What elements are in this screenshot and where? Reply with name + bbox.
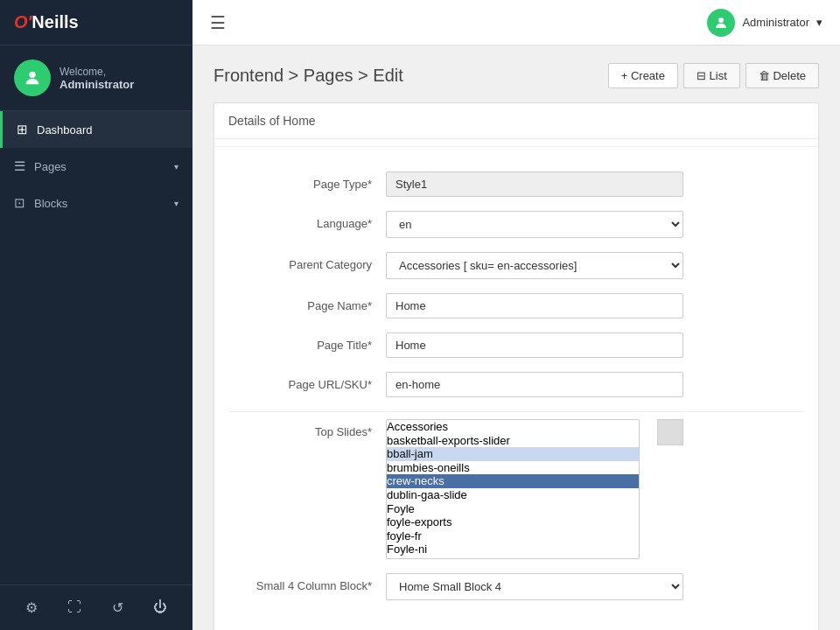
logo-o: O' — [14, 12, 32, 32]
sidebar-item-label: Blocks — [34, 197, 67, 210]
dashboard-icon: ⊞ — [17, 122, 28, 137]
expand-icon[interactable]: ⛶ — [64, 596, 85, 620]
page-title-row: Page Title* — [228, 332, 804, 358]
user-info: Welcome, Administrator — [60, 65, 178, 91]
content-area: Frontend > Pages > Edit + Create ⊟ List … — [192, 46, 840, 630]
sidebar-item-pages[interactable]: ☰ Pages ▾ — [0, 148, 192, 185]
parent-category-select[interactable]: Accessories [ sku= en-accessories] — [386, 252, 683, 279]
page-title-label: Page Title* — [228, 332, 386, 352]
page-url-control — [386, 372, 683, 397]
small-4-col-row: Small 4 Column Block* Home Small Block 4 — [228, 573, 804, 600]
sidebar-item-label: Dashboard — [37, 123, 93, 136]
welcome-label: Welcome, — [60, 66, 106, 78]
page-title-control — [386, 332, 683, 358]
sidebar-nav: ⊞ Dashboard ☰ Pages ▾ ⊡ Blocks ▾ — [0, 111, 192, 584]
delete-button[interactable]: 🗑 Delete — [746, 63, 819, 88]
details-card: Details of Home Page Type* Language* en — [214, 102, 819, 630]
page-url-input[interactable] — [386, 372, 683, 397]
chevron-down-icon: ▾ — [174, 199, 178, 208]
listbox-aside — [657, 419, 683, 559]
listbox-item[interactable]: Accessories — [387, 420, 639, 434]
create-button[interactable]: + Create — [608, 63, 678, 88]
top-slides-label: Top Slides* — [228, 419, 386, 438]
parent-category-control: Accessories [ sku= en-accessories] — [386, 252, 683, 279]
card-title: Details of Home — [214, 103, 818, 139]
sidebar-item-dashboard[interactable]: ⊞ Dashboard — [0, 111, 192, 148]
parent-category-label: Parent Category — [228, 252, 386, 271]
header-actions: + Create ⊟ List 🗑 Delete — [608, 63, 819, 88]
logo-neills: Neills — [32, 12, 78, 32]
listbox-item[interactable]: dublin-gaa-slide — [387, 488, 639, 502]
page-name-control — [386, 293, 683, 318]
slide-preview-image — [657, 419, 683, 445]
logo: O'Neills — [14, 12, 79, 32]
listbox-item[interactable]: foyle-exports — [387, 515, 639, 529]
user-dropdown-arrow: ▾ — [816, 16, 822, 29]
chevron-down-icon: ▾ — [174, 162, 178, 172]
topbar-user[interactable]: Administrator ▾ — [707, 9, 822, 37]
sidebar-item-blocks[interactable]: ⊡ Blocks ▾ — [0, 185, 192, 221]
main-content: ☰ Administrator ▾ Frontend > Pages > Edi… — [192, 0, 840, 630]
topbar-username: Administrator — [742, 16, 809, 29]
page-type-input — [386, 172, 683, 197]
svg-point-1 — [718, 18, 724, 23]
page-type-row: Page Type* — [228, 172, 804, 197]
sidebar: O'Neills Welcome, Administrator ⊞ Dashbo… — [0, 0, 192, 630]
listbox-item[interactable]: basketball-exports-slider — [387, 434, 639, 448]
page-header: Frontend > Pages > Edit + Create ⊟ List … — [214, 63, 819, 88]
sidebar-user: Welcome, Administrator — [0, 46, 192, 111]
language-select[interactable]: en — [386, 211, 683, 238]
top-slides-control: Accessories basketball-exports-slider bb… — [386, 419, 683, 559]
sidebar-footer: ⚙ ⛶ ↺ ⏻ — [0, 584, 192, 630]
page-name-row: Page Name* — [228, 293, 804, 318]
language-row: Language* en — [228, 211, 804, 238]
top-slides-listbox[interactable]: Accessories basketball-exports-slider bb… — [386, 419, 640, 559]
page-url-label: Page URL/SKU* — [228, 372, 386, 391]
sidebar-logo: O'Neills — [0, 0, 192, 46]
listbox-item[interactable]: crew-necks — [387, 474, 639, 488]
listbox-item[interactable]: foyle-fr — [387, 529, 639, 543]
listbox-item[interactable]: bball-jam — [387, 447, 639, 461]
power-icon[interactable]: ⏻ — [150, 596, 171, 620]
page-type-label: Page Type* — [228, 172, 386, 191]
top-slides-row: Top Slides* Accessories basketball-expor… — [228, 419, 804, 559]
language-control: en — [386, 211, 683, 238]
small-4-col-label: Small 4 Column Block* — [228, 573, 386, 592]
pages-icon: ☰ — [14, 158, 25, 174]
sidebar-username: Administrator — [60, 78, 134, 91]
avatar — [14, 60, 51, 96]
listbox-item[interactable]: brumbies-oneills — [387, 461, 639, 475]
listbox-item[interactable]: Foyle-ni — [387, 542, 639, 556]
svg-point-0 — [29, 72, 35, 78]
page-name-label: Page Name* — [228, 293, 386, 312]
small-4-col-control: Home Small Block 4 — [386, 573, 683, 600]
listbox-item[interactable]: Foyle — [387, 502, 639, 516]
topbar-avatar — [707, 9, 735, 37]
card-body: Page Type* Language* en Par — [214, 154, 818, 630]
blocks-icon: ⊡ — [14, 195, 25, 211]
breadcrumb: Frontend > Pages > Edit — [214, 66, 403, 86]
language-label: Language* — [228, 211, 386, 230]
settings-icon[interactable]: ⚙ — [22, 596, 41, 620]
topbar: ☰ Administrator ▾ — [192, 0, 840, 46]
list-button[interactable]: ⊟ List — [683, 63, 740, 88]
page-name-input[interactable] — [386, 293, 683, 318]
menu-toggle-icon[interactable]: ☰ — [210, 12, 226, 33]
page-type-control — [386, 172, 683, 197]
sidebar-item-label: Pages — [34, 160, 66, 173]
page-title-input[interactable] — [386, 332, 683, 358]
page-url-row: Page URL/SKU* — [228, 372, 804, 397]
small-4-col-select[interactable]: Home Small Block 4 — [386, 573, 683, 600]
refresh-icon[interactable]: ↺ — [108, 596, 127, 620]
parent-category-row: Parent Category Accessories [ sku= en-ac… — [228, 252, 804, 279]
